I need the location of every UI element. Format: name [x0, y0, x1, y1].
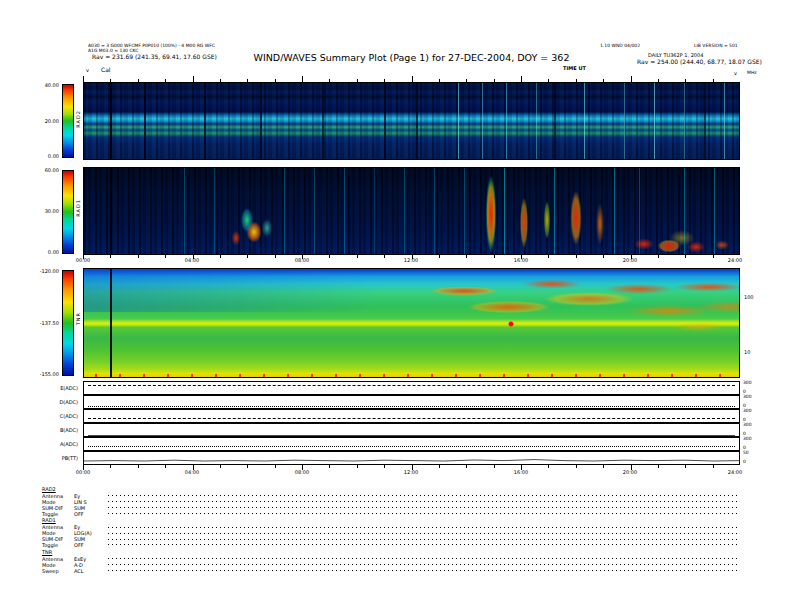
- strip-b-trace: [88, 435, 735, 436]
- time-tick-0000: 00:00: [76, 257, 90, 263]
- time-tick-0800: 08:00: [295, 257, 309, 263]
- tnr-colorbar: [62, 270, 74, 376]
- cal-marker-label: Cal: [101, 67, 111, 74]
- status-label: Sweep: [42, 568, 74, 574]
- status-row: Toggle OFF: [42, 511, 738, 517]
- status-timeline-dots: [108, 507, 738, 508]
- strip-c-right-max: 300: [743, 408, 752, 413]
- tnr-colorbar-tick-max: -120.00: [24, 268, 59, 274]
- rad1-panel-name: RAD1: [75, 199, 81, 217]
- strip-c-adc: [83, 409, 740, 423]
- rad2-colorbar-tick-min: 0.00: [24, 153, 59, 159]
- status-timeline-dots: [108, 558, 738, 559]
- time-axis-label: TIME UT: [563, 66, 586, 72]
- radial-distance-right: Rav = 254.00 (244.40, 68.77, 18.07 GSE): [637, 59, 762, 66]
- rad2-colorbar: [62, 84, 74, 158]
- strip-b-right-max: 300: [743, 422, 752, 427]
- strip-b-adc: [83, 423, 740, 437]
- status-value: ACL: [74, 568, 108, 574]
- wind-waves-summary-plot: A030 = 3 G000 WFCMF P0P010 (100%) - 4 M0…: [0, 0, 792, 612]
- time-tick-2400: 24:00: [728, 257, 742, 263]
- rad1-colorbar-tick-mid: 30.00: [24, 208, 59, 214]
- strip-pb-tt: [83, 451, 740, 465]
- strip-b-label: B(ADC): [34, 427, 78, 433]
- strip-d-adc: [83, 395, 740, 409]
- strip-pb-label: PB(TT): [34, 455, 78, 461]
- receiver-status-block: RAD2 Antenna Ey Mode LIN S SUM-DIF SUM T…: [42, 487, 738, 574]
- rad1-colorbar-tick-max: 60.00: [24, 167, 59, 173]
- tnr-freq-tick-10: 10: [744, 350, 750, 356]
- strip-e-trace: [88, 385, 735, 386]
- rad2-cal-line: [110, 83, 112, 159]
- status-row: Toggle OFF: [42, 542, 738, 548]
- top-time-tick-axis: [83, 74, 740, 82]
- bottom-tick-0000: 00:00: [76, 469, 90, 475]
- marker-v-left: v: [86, 68, 89, 74]
- strip-c-label: C(ADC): [34, 413, 78, 419]
- status-value: OFF: [74, 542, 108, 548]
- status-timeline-dots: [108, 544, 738, 545]
- status-label: Toggle: [42, 542, 74, 548]
- strip-pb-right-min: 0: [743, 459, 746, 464]
- rad1-colorbar-tick-min: 0.00: [24, 249, 59, 255]
- rad2-colorbar-tick-max: 40.00: [24, 82, 59, 88]
- rad2-spectrogram-panel: [83, 82, 740, 160]
- strip-d-trace: [88, 406, 735, 407]
- strip-pb-right-max: 50: [743, 450, 749, 455]
- rad1-burst-features: [84, 168, 739, 254]
- status-timeline-dots: [108, 533, 738, 534]
- bottom-tick-2400: 24:00: [728, 469, 742, 475]
- status-timeline-dots: [108, 564, 738, 565]
- status-timeline-dots: [108, 501, 738, 502]
- time-tick-0400: 04:00: [185, 257, 199, 263]
- tnr-bottom-red-speckles: [84, 374, 739, 377]
- status-timeline-dots: [108, 539, 738, 540]
- rad1-colorbar: [62, 170, 74, 254]
- status-label: Toggle: [42, 511, 74, 517]
- tnr-cal-line: [110, 269, 112, 377]
- strip-d-right-max: 300: [743, 394, 752, 399]
- rad1-cyan-vertical-streaks: [84, 168, 85, 254]
- rad2-panel-name: RAD2: [75, 110, 81, 128]
- strip-d-label: D(ADC): [34, 399, 78, 405]
- tnr-panel-name: TNR: [75, 312, 81, 325]
- time-tick-1200: 12:00: [404, 257, 418, 263]
- bottom-tick-2000: 20:00: [623, 469, 637, 475]
- strip-e-right-max: 300: [743, 380, 752, 385]
- status-timeline-dots: [108, 513, 738, 514]
- bottom-tick-1200: 12:00: [404, 469, 418, 475]
- rad2-colorbar-tick-mid: 20.00: [24, 118, 59, 124]
- strip-e-adc: [83, 381, 740, 395]
- time-tick-2000: 20:00: [623, 257, 637, 263]
- strip-a-label: A(ADC): [34, 441, 78, 447]
- tnr-colorbar-tick-mid: -137.50: [24, 320, 59, 326]
- status-timeline-dots: [108, 527, 738, 528]
- status-row: Sweep ACL: [42, 568, 738, 574]
- tnr-blue-region: [84, 269, 379, 312]
- bottom-tick-0800: 08:00: [295, 469, 309, 475]
- strip-c-trace: [88, 418, 735, 419]
- status-timeline-dots: [108, 495, 738, 496]
- bottom-tick-0400: 04:00: [185, 469, 199, 475]
- tnr-spectrogram-panel: [83, 268, 740, 378]
- rad2-dark-vertical-dropouts: [84, 83, 86, 159]
- status-timeline-dots: [108, 570, 738, 571]
- bottom-tick-1600: 16:00: [514, 469, 528, 475]
- bottom-time-labels: 00:00 04:00 08:00 12:00 16:00 20:00 24:0…: [0, 469, 792, 477]
- rad1-spectrogram-panel: [83, 167, 740, 255]
- strip-a-adc: [83, 437, 740, 451]
- tnr-colorbar-tick-min: -155.00: [24, 371, 59, 377]
- strip-a-right-max: 300: [743, 436, 752, 441]
- rad1-cal-line: [110, 168, 112, 254]
- time-tick-1600: 16:00: [514, 257, 528, 263]
- strip-e-label: E(ADC): [34, 385, 78, 391]
- mhz-unit-label: MHz: [747, 70, 757, 75]
- version-string: 1.10 WND 04/002: [600, 43, 640, 48]
- lib-version-string: LIB VERSION = 501: [694, 43, 738, 48]
- status-value: OFF: [74, 511, 108, 517]
- mid-time-labels: 00:00 04:00 08:00 12:00 16:00 20:00 24:0…: [0, 257, 792, 265]
- strip-a-trace: [88, 446, 735, 447]
- strip-pb-trace: [84, 452, 739, 464]
- tnr-freq-tick-100: 100: [744, 295, 754, 301]
